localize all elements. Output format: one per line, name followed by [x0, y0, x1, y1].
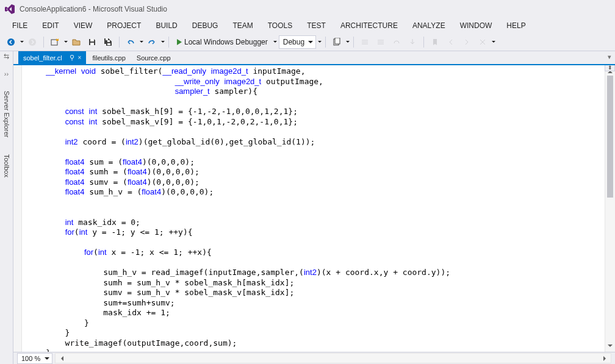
code-editor[interactable]: __kernel void sobel_filter(__read_only i… — [22, 65, 605, 352]
split-window-icon[interactable]: ⬍ — [605, 65, 615, 71]
toolbar: Local Windows Debugger Debug — [0, 33, 615, 51]
new-project-button[interactable] — [48, 35, 62, 49]
menu-debug[interactable]: DEBUG — [185, 19, 226, 32]
svg-point-1 — [29, 38, 36, 46]
window-title: ConsoleApplication6 - Microsoft Visual S… — [20, 5, 167, 13]
bookmark-button[interactable] — [428, 35, 442, 49]
find-dropdown[interactable] — [345, 35, 350, 49]
autohide-pin-icon[interactable]: ⇆ — [4, 52, 9, 60]
toolbar-separator — [423, 37, 424, 48]
editor-status-row: 100 % — [13, 352, 615, 364]
menu-build[interactable]: BUILD — [148, 19, 184, 32]
nav-back-button[interactable] — [4, 35, 18, 49]
menu-help[interactable]: HELP — [499, 19, 533, 32]
svg-rect-5 — [106, 38, 108, 40]
svg-rect-7 — [107, 43, 110, 45]
titlebar: ConsoleApplication6 - Microsoft Visual S… — [0, 0, 615, 18]
config-label: Debug — [283, 38, 304, 46]
menu-architecture[interactable]: ARCHITECTURE — [333, 19, 405, 32]
debugger-dropdown[interactable] — [273, 35, 278, 49]
document-tab[interactable]: Source.cpp — [132, 51, 176, 64]
document-tab-well: sobel_filter.cl ⚲×fileutils.cppSource.cp… — [13, 51, 615, 65]
step-over-button[interactable] — [389, 35, 404, 49]
find-in-files-button[interactable] — [329, 35, 344, 49]
outline-margin — [13, 65, 22, 352]
document-tab[interactable]: sobel_filter.cl ⚲× — [18, 51, 86, 64]
main-area: ⇆ ›› Server Explorer Toolbox sobel_filte… — [0, 51, 615, 364]
menu-file[interactable]: FILE — [5, 19, 35, 32]
toolbox-tab[interactable]: Toolbox — [2, 151, 12, 181]
editor-area: sobel_filter.cl ⚲×fileutils.cppSource.cp… — [13, 51, 615, 364]
tab-label: fileutils.cpp — [92, 54, 125, 62]
start-debugging-button[interactable]: Local Windows Debugger — [173, 35, 272, 49]
redo-button[interactable] — [145, 35, 159, 49]
menu-tools[interactable]: TOOLS — [261, 19, 300, 32]
config-extra-dropdown[interactable] — [317, 35, 322, 49]
scroll-down-icon[interactable] — [605, 341, 615, 352]
server-explorer-tab[interactable]: Server Explorer — [2, 87, 12, 141]
menu-analyze[interactable]: ANALYZE — [405, 19, 453, 32]
autohide-chevron-icon[interactable]: ›› — [4, 70, 9, 77]
new-project-dropdown[interactable] — [63, 35, 68, 49]
document-tab[interactable]: fileutils.cpp — [87, 51, 130, 64]
clear-bookmarks-button[interactable] — [475, 35, 490, 49]
menu-team[interactable]: TEAM — [225, 19, 260, 32]
horizontal-scrollbar[interactable] — [55, 353, 611, 363]
prev-bookmark-button[interactable] — [444, 35, 458, 49]
undo-dropdown[interactable] — [139, 35, 143, 49]
toolbar-separator — [325, 37, 326, 48]
svg-rect-3 — [90, 39, 94, 41]
visual-studio-icon — [5, 4, 15, 14]
pin-icon[interactable]: ⚲ — [70, 54, 74, 62]
menubar: FILEEDITVIEWPROJECTBUILDDEBUGTEAMTOOLSTE… — [0, 18, 615, 33]
debugger-target-label: Local Windows Debugger — [184, 38, 268, 46]
save-button[interactable] — [85, 35, 99, 49]
play-icon — [177, 39, 182, 45]
svg-rect-6 — [107, 40, 110, 42]
zoom-select[interactable]: 100 % — [17, 353, 52, 364]
toolbar-overflow[interactable] — [491, 35, 495, 49]
vertical-scrollbar[interactable] — [605, 65, 615, 352]
scrollbar-thumb[interactable] — [607, 76, 613, 198]
next-bookmark-button[interactable] — [459, 35, 474, 49]
open-file-button[interactable] — [69, 35, 84, 49]
step-into-button[interactable] — [405, 35, 420, 49]
redo-dropdown[interactable] — [160, 35, 165, 49]
nav-back-dropdown[interactable] — [20, 35, 24, 49]
uncomment-button[interactable] — [373, 35, 388, 49]
toolbar-separator — [168, 37, 169, 48]
svg-point-0 — [7, 38, 15, 46]
menu-project[interactable]: PROJECT — [99, 19, 148, 32]
undo-button[interactable] — [123, 35, 138, 49]
menu-view[interactable]: VIEW — [67, 19, 100, 32]
tab-list-dropdown-icon[interactable]: ▾ — [608, 53, 611, 61]
zoom-value: 100 % — [21, 355, 40, 362]
code-editor-wrap: ⬍ __kernel void sobel_filter(__read_only… — [13, 65, 615, 352]
save-all-button[interactable] — [101, 35, 115, 49]
comment-button[interactable] — [358, 35, 372, 49]
side-tab-well: ⇆ ›› Server Explorer Toolbox — [0, 51, 13, 364]
toolbar-separator — [119, 37, 120, 48]
tab-label: sobel_filter.cl — [23, 54, 62, 62]
scroll-left-icon[interactable] — [56, 354, 66, 363]
toolbar-separator — [353, 37, 354, 48]
menu-edit[interactable]: EDIT — [35, 19, 66, 32]
nav-forward-button[interactable] — [25, 35, 40, 49]
toolbar-separator — [43, 37, 44, 48]
menu-window[interactable]: WINDOW — [453, 19, 500, 32]
svg-rect-9 — [335, 38, 340, 44]
menu-test[interactable]: TEST — [300, 19, 333, 32]
close-icon[interactable]: × — [78, 54, 82, 61]
solution-config-select[interactable]: Debug — [279, 35, 316, 49]
tab-label: Source.cpp — [137, 54, 171, 62]
svg-rect-4 — [90, 43, 94, 45]
scroll-right-icon[interactable] — [600, 354, 611, 363]
